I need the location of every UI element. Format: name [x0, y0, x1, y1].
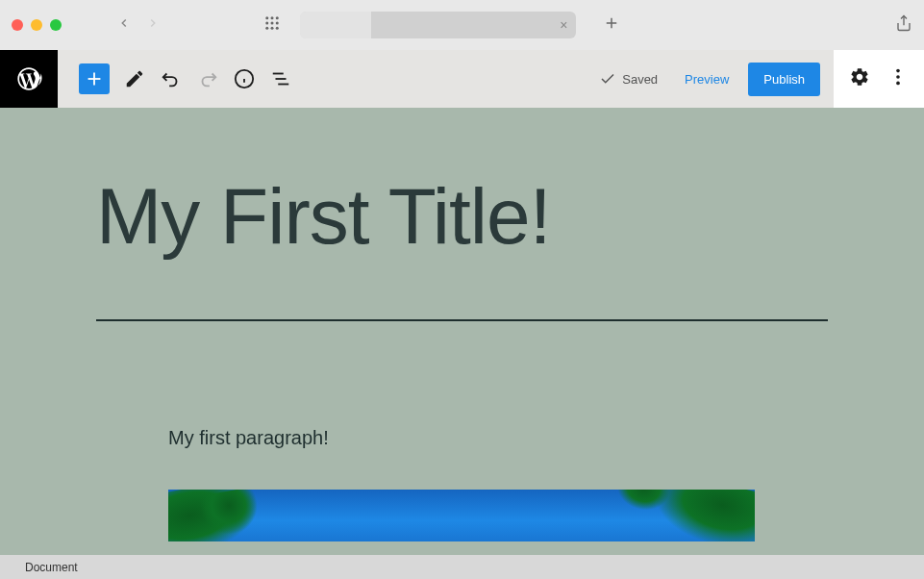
status-bar: Document: [0, 555, 924, 579]
saved-status: Saved: [599, 70, 658, 88]
undo-button[interactable]: [160, 67, 183, 90]
svg-point-7: [271, 27, 274, 30]
svg-point-22: [896, 82, 900, 86]
palm-decoration: [634, 490, 755, 541]
svg-point-21: [896, 75, 900, 79]
outline-icon[interactable]: [269, 67, 292, 90]
svg-point-3: [265, 22, 268, 25]
address-bar[interactable]: ×: [300, 12, 576, 38]
window-controls: [12, 19, 62, 31]
gear-icon[interactable]: [849, 66, 870, 91]
more-options-icon[interactable]: [887, 66, 909, 91]
maximize-window-button[interactable]: [50, 19, 62, 31]
new-tab-button[interactable]: [603, 14, 620, 36]
navigation-arrows: [117, 16, 160, 34]
toolbar-right: Saved Preview Publish: [599, 50, 924, 108]
share-icon[interactable]: [895, 14, 912, 36]
check-icon: [599, 70, 616, 88]
paragraph-block[interactable]: My first paragraph!: [96, 427, 828, 449]
preview-button[interactable]: Preview: [673, 64, 740, 94]
status-label: Document: [25, 561, 78, 574]
svg-point-6: [265, 27, 268, 30]
svg-point-1: [271, 16, 274, 19]
minimize-window-button[interactable]: [31, 19, 42, 31]
back-button[interactable]: [117, 16, 131, 34]
apps-grid-icon[interactable]: [263, 14, 281, 36]
palm-decoration: [168, 490, 269, 541]
forward-button[interactable]: [146, 16, 160, 34]
add-block-button[interactable]: [79, 63, 110, 94]
svg-point-4: [271, 22, 274, 25]
svg-point-2: [276, 16, 279, 19]
settings-panel: [834, 50, 924, 108]
saved-label: Saved: [622, 72, 658, 87]
svg-point-8: [276, 27, 279, 30]
edit-tool-icon[interactable]: [123, 67, 146, 90]
close-window-button[interactable]: [12, 19, 23, 31]
post-title[interactable]: My First Title!: [96, 175, 828, 258]
separator-block[interactable]: [96, 319, 828, 321]
browser-chrome: ×: [0, 0, 924, 50]
image-block[interactable]: [168, 490, 755, 541]
editor-canvas[interactable]: My First Title! My first paragraph!: [0, 108, 924, 555]
wordpress-logo[interactable]: [0, 50, 58, 108]
svg-point-0: [265, 16, 268, 19]
info-icon[interactable]: [233, 67, 256, 90]
redo-button[interactable]: [196, 67, 219, 90]
clear-address-icon[interactable]: ×: [560, 17, 567, 33]
editor-toolbar: Saved Preview Publish: [0, 50, 924, 108]
svg-point-20: [896, 69, 900, 73]
toolbar-left: [58, 63, 292, 94]
svg-point-5: [276, 22, 279, 25]
publish-button[interactable]: Publish: [748, 63, 820, 96]
